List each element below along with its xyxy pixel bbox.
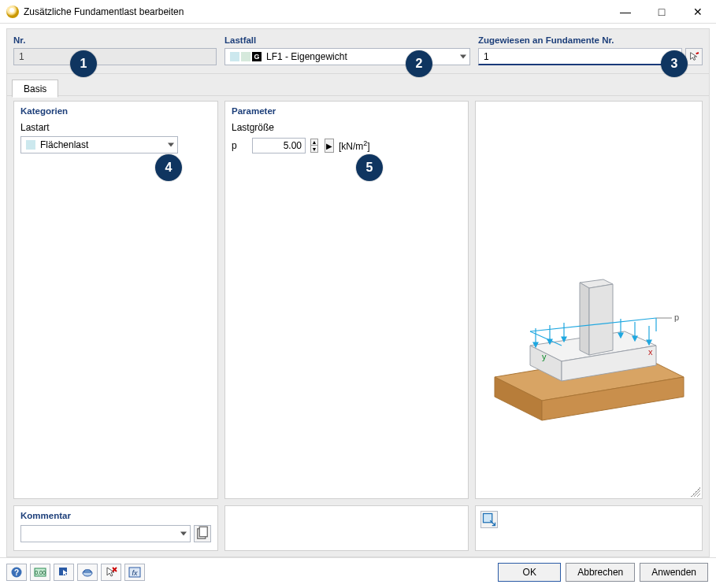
field-nr: Nr. 1 [13,35,217,65]
cancel-button[interactable]: Abbrechen [566,563,635,582]
param-unit: [kN/m2] [339,139,370,152]
toolbar-left: ? 0,00 fx [6,564,145,581]
pick-icon [58,566,70,579]
bottom-bar: ? 0,00 fx OK Abbrechen Anwenden [0,557,716,588]
unit-prefix: [kN/m [339,141,363,152]
viewer-tool-icon [481,512,497,527]
copy-icon [195,526,210,542]
lastart-label: Lastart [20,122,211,133]
swatch-1 [230,52,239,61]
svg-text:?: ? [14,568,19,577]
viewer-canvas[interactable]: x y p [476,102,702,498]
lastfall-label: Lastfall [224,35,470,45]
load-p-label: p [674,312,679,322]
callout-4: 4 [155,154,182,181]
assigned-value: 1 [484,51,489,62]
maximize-button[interactable]: □ [644,0,680,23]
close-button[interactable]: ✕ [680,0,716,23]
parameter-header: Parameter [225,102,468,119]
swatch-g: G [252,52,262,61]
apply-button[interactable]: Anwenden [640,563,708,582]
kommentar-copy-button[interactable] [194,525,211,542]
svg-marker-11 [580,283,589,355]
field-lastfall: Lastfall G LF1 - Eigengewicht [224,35,470,65]
panel-parameter: Parameter Lastgröße p 5.00 ▲ ▼ ▶ [224,101,469,499]
swatch-2 [241,52,250,61]
kommentar-header: Kommentar [14,506,217,523]
unit-suffix: ] [367,141,369,152]
svg-text:fx: fx [132,569,138,577]
panel-empty [224,505,469,551]
nr-input[interactable]: 1 [13,48,217,65]
panel-kommentar: Kommentar [13,505,218,551]
function-button[interactable]: fx [124,564,145,581]
param-goto-button[interactable]: ▶ [325,139,334,153]
assigned-input[interactable]: 1 [478,48,682,65]
svg-rect-3 [199,527,207,537]
tabs-strip: Basis [6,74,710,96]
panel-kategorien: Kategorien Lastart Flächenlast [13,101,218,499]
nr-value: 1 [19,51,24,62]
title-bar: Zusätzliche Fundamentlast bearbeiten — □… [0,0,716,24]
window-controls: — □ ✕ [607,0,716,23]
callout-1: 1 [70,50,97,77]
help-icon: ? [10,566,23,579]
callout-2: 2 [406,50,432,77]
kategorien-header: Kategorien [14,102,217,119]
cursor-delete-icon [105,566,117,579]
lastfall-combo[interactable]: G LF1 - Eigengewicht [224,48,470,65]
delete-selection-button[interactable] [101,564,121,581]
help-button[interactable]: ? [6,564,27,581]
model-icon [81,566,94,579]
lastfall-swatches: G [230,52,262,61]
units-button[interactable]: 0,00 [30,564,50,581]
foundation-3d-icon: x y p [487,243,692,448]
lastart-swatch [26,140,35,150]
cursor-icon [688,51,699,62]
spin-up-icon[interactable]: ▲ [310,139,318,146]
minimize-button[interactable]: — [607,0,644,23]
lastgroesse-label: Lastgröße [232,122,462,133]
chevron-down-icon [168,143,174,147]
svg-marker-12 [589,284,613,355]
spin-down-icon[interactable]: ▼ [310,146,318,153]
lastart-combo[interactable]: Flächenlast [20,136,178,153]
model-button[interactable] [77,564,98,581]
ok-button[interactable]: OK [498,563,561,582]
svg-line-1 [696,52,698,54]
callout-3: 3 [661,50,688,77]
axis-y-label: y [542,352,547,361]
kommentar-combo[interactable] [20,525,191,542]
units-icon: 0,00 [34,566,46,579]
param-value: 5.00 [284,140,302,151]
svg-text:0,00: 0,00 [35,570,46,575]
app-icon [6,6,19,18]
window-title: Zusätzliche Fundamentlast bearbeiten [24,6,607,17]
chevron-down-icon [180,532,187,536]
fx-icon: fx [128,566,141,579]
param-spinner[interactable]: ▲ ▼ [310,139,318,153]
swatch-load [26,140,35,150]
chevron-down-icon [460,55,466,59]
param-symbol: p [232,140,247,151]
dialog-buttons: OK Abbrechen Anwenden [498,563,708,582]
tab-basis[interactable]: Basis [12,80,58,98]
axis-x-label: x [648,347,653,357]
lastfall-value: LF1 - Eigengewicht [266,51,347,62]
resize-grip-icon[interactable] [691,487,700,497]
callout-5: 5 [356,154,383,181]
viewer-tool-button[interactable] [480,511,498,528]
assigned-label: Zugewiesen an Fundamente Nr. [478,35,703,45]
lastart-value: Flächenlast [40,139,88,150]
pick-button[interactable] [54,564,74,581]
panel-viewer-tools [475,505,703,551]
panel-3d-viewer: x y p [475,101,703,499]
pick-in-model-button[interactable] [685,48,703,65]
header-fields: Nr. 1 Lastfall G LF1 - Eigengewicht Zuge… [6,28,710,74]
param-value-input[interactable]: 5.00 [252,138,306,153]
nr-label: Nr. [13,35,217,45]
